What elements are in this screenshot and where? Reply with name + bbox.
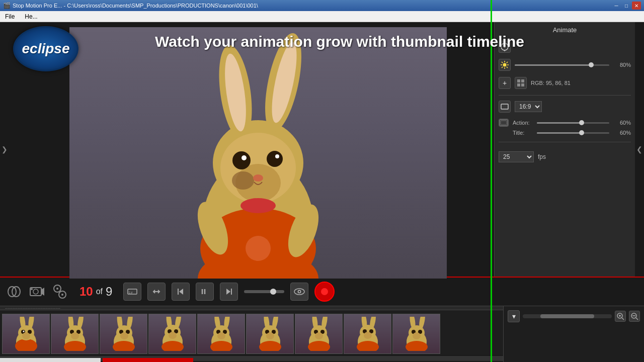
timeline-dropdown-icon[interactable]: ▾ (508, 310, 520, 322)
svg-point-87 (120, 332, 128, 339)
aspect-ratio-row: 16:9 4:3 1:1 (499, 101, 631, 113)
ruler-dots: ········································… (0, 306, 503, 310)
title-label: Title: (513, 130, 533, 136)
minimize-button[interactable]: ─ (612, 2, 621, 10)
thumbnail-6[interactable] (246, 314, 294, 354)
svg-point-79 (71, 332, 79, 339)
play-button[interactable] (196, 283, 214, 301)
title-slider[interactable] (537, 132, 609, 134)
progress-white-section (0, 358, 101, 362)
zoom-in-button[interactable] (615, 311, 626, 322)
timeline-progress-bar[interactable] (0, 355, 503, 362)
current-frame: 10 (79, 285, 93, 299)
fps-label: fps (538, 153, 546, 160)
thumbnail-2[interactable] (51, 314, 99, 354)
svg-point-70 (23, 330, 24, 332)
svg-point-95 (169, 332, 177, 339)
promo-text: Watch your animation grow with thumbnail… (155, 33, 494, 50)
svg-line-33 (507, 62, 508, 63)
thumbnail-4[interactable] (148, 314, 196, 354)
aspect-ratio-select[interactable]: 16:9 4:3 1:1 (515, 101, 542, 112)
title-safe-row: Title: 60% (499, 129, 631, 137)
svg-point-11 (232, 171, 254, 190)
progress-red-section (103, 358, 193, 362)
title-value: 60% (613, 130, 631, 136)
thumbnail-1[interactable] (2, 314, 50, 354)
level-button[interactable]: Lv (123, 283, 141, 301)
eclipse-text: eclipse (22, 41, 70, 57)
svg-point-103 (217, 332, 225, 339)
thumbnail-9[interactable] (392, 314, 440, 354)
separator-2 (499, 142, 631, 142)
action-label: Action: (513, 120, 533, 126)
title-slider-container[interactable] (537, 132, 609, 134)
logo-overlay: eclipse (9, 22, 150, 77)
of-label: of (96, 287, 103, 296)
svg-point-61 (299, 291, 300, 293)
svg-point-71 (22, 332, 30, 339)
right-panel: Animate (494, 22, 635, 277)
timeline-right-panel: ▾ (503, 306, 644, 362)
left-panel-toggle[interactable]: ❯ (0, 22, 9, 277)
thumbnail-8[interactable] (344, 314, 391, 354)
speed-thumb[interactable] (270, 289, 276, 295)
menu-help[interactable]: He... (22, 12, 40, 21)
svg-line-34 (502, 67, 503, 68)
menubar: File He... (0, 11, 644, 22)
svg-rect-36 (521, 79, 524, 82)
action-value: 60% (613, 120, 631, 126)
color-grid-icon[interactable] (515, 77, 527, 89)
left-arrow-icon: ❯ (2, 145, 8, 153)
timeline-scrollbar[interactable] (523, 314, 612, 318)
animate-section-label: Animate (499, 26, 631, 34)
loop-button[interactable] (147, 283, 166, 301)
thumbnail-3[interactable] (100, 314, 147, 354)
progress-track (0, 356, 503, 361)
svg-point-13 (267, 151, 283, 167)
thumbnail-7[interactable] (295, 314, 343, 354)
playback-speed-slider[interactable] (244, 290, 284, 293)
svg-point-17 (240, 198, 276, 213)
right-panel-toggle[interactable]: ❮ (635, 22, 644, 277)
svg-line-141 (636, 318, 638, 320)
svg-line-137 (622, 318, 624, 320)
step-forward-button[interactable] (220, 283, 238, 301)
thumbnails-row (0, 310, 503, 355)
menu-file[interactable]: File (2, 12, 18, 21)
scene-icon[interactable] (51, 284, 68, 300)
timeline-scroll-thumb[interactable] (540, 314, 594, 318)
brightness-slider[interactable] (515, 64, 609, 66)
svg-rect-41 (501, 121, 507, 125)
capture-icon[interactable] (28, 284, 45, 300)
timeline-zoom-controls: ▾ (508, 308, 640, 324)
zoom-out-button[interactable] (629, 311, 640, 322)
svg-point-3 (246, 236, 271, 261)
titlebar-left: 🎬 Stop Motion Pro E... - C:\Users\ross\D… (3, 2, 258, 9)
close-button[interactable]: ✕ (632, 2, 641, 10)
color-add-row: + RGB: 95, 86, 81 (499, 76, 631, 90)
maximize-button[interactable]: □ (622, 2, 631, 10)
add-color-icon[interactable]: + (499, 77, 511, 89)
action-safe-row: Action: 60% (499, 119, 631, 127)
svg-marker-57 (226, 289, 230, 295)
thumbnail-5[interactable] (197, 314, 245, 354)
eye-button[interactable] (290, 283, 308, 301)
svg-point-26 (503, 63, 507, 67)
window-title: Stop Motion Pro E... - C:\Users\ross\Doc… (13, 3, 258, 9)
svg-marker-53 (179, 289, 183, 295)
action-slider-container[interactable] (537, 122, 609, 124)
right-arrow-icon: ❮ (636, 145, 642, 153)
record-button[interactable] (314, 282, 335, 302)
svg-rect-38 (521, 83, 524, 86)
fps-select[interactable]: 12 15 24 25 30 (499, 151, 534, 162)
action-slider[interactable] (537, 122, 609, 124)
step-back-button[interactable] (172, 283, 190, 301)
onion-skin-icon[interactable] (6, 284, 22, 300)
svg-point-127 (364, 332, 372, 339)
playhead[interactable] (491, 0, 492, 362)
brightness-icon[interactable] (499, 59, 511, 71)
svg-point-111 (266, 332, 274, 339)
svg-point-46 (31, 288, 33, 290)
brightness-slider-container[interactable] (515, 64, 609, 66)
timeline: ········································… (0, 306, 644, 362)
